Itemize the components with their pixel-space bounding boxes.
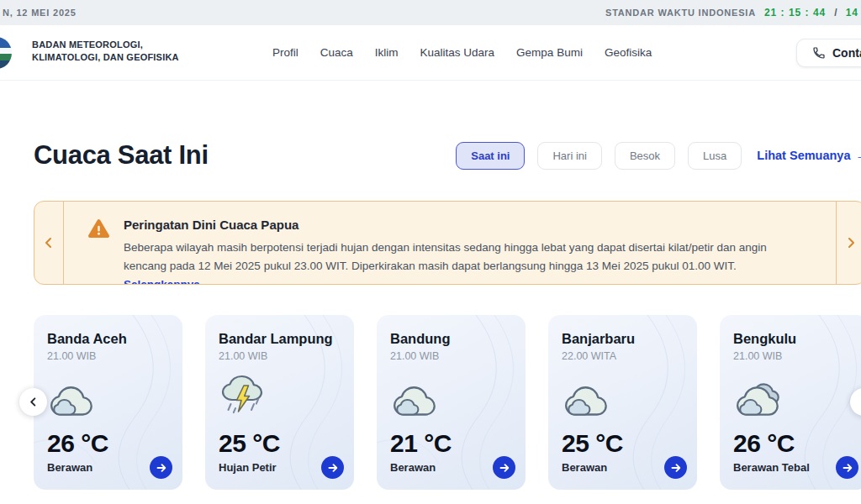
card-local-time: 21.00 WIB: [390, 350, 512, 362]
alert-text-block: Peringatan Dini Cuaca Papua Beberapa wil…: [124, 218, 784, 284]
card-city: Bengkulu: [733, 331, 855, 347]
nav-item-profil[interactable]: Profil: [272, 46, 298, 59]
forecast-tabs: Saat ini Hari ini Besok Lusa Lihat Semua…: [456, 142, 861, 170]
nav-item-gempa-bumi[interactable]: Gempa Bumi: [516, 46, 583, 59]
card-local-time: 21.00 WIB: [47, 350, 169, 362]
card-temperature: 26 °C: [47, 429, 169, 458]
see-all-link[interactable]: Lihat Semuanya →: [757, 149, 861, 162]
site-header: BADAN METEOROLOGI, KLIMATOLOGI, DAN GEOF…: [0, 25, 861, 81]
org-name-line1: BADAN METEOROLOGI,: [32, 39, 179, 51]
chevron-right-icon: [845, 237, 857, 249]
arrow-right-icon: [499, 462, 510, 474]
contact-label: Contact: [832, 46, 861, 60]
arrow-right-icon: [327, 462, 339, 474]
arrow-right-icon: [156, 462, 167, 474]
nav-item-iklim[interactable]: Iklim: [375, 46, 399, 59]
thunderstorm-icon: [219, 375, 341, 421]
chevron-left-icon: [43, 237, 55, 249]
utility-bar: N, 12 MEI 2025 STANDAR WAKTU INDONESIA 2…: [0, 0, 861, 25]
alert-title: Peringatan Dini Cuaca Papua: [124, 218, 784, 232]
arrow-right-icon: →: [856, 149, 861, 162]
card-local-time: 21.00 WIB: [733, 350, 855, 362]
standard-time-group: STANDAR WAKTU INDONESIA 21 : 15 : 44 / 1…: [605, 7, 859, 18]
card-city: Banjarbaru: [562, 331, 684, 347]
card-temperature: 26 °C: [733, 429, 855, 458]
main-nav: Profil Cuaca Iklim Kualitas Udara Gempa …: [272, 25, 652, 80]
card-detail-button[interactable]: [493, 456, 515, 479]
card-city: Banda Aceh: [47, 331, 169, 347]
card-temperature: 25 °C: [562, 429, 684, 458]
card-condition: Berawan: [47, 461, 92, 474]
alert-more-link[interactable]: Selengkapnya →: [124, 278, 214, 285]
org-name: BADAN METEOROLOGI, KLIMATOLOGI, DAN GEOF…: [32, 39, 179, 65]
arrow-right-icon: [842, 462, 853, 474]
city-weather-carousel: Banda Aceh 21.00 WIB 26 °C Berawan: [0, 315, 861, 490]
bmkg-weather-page: N, 12 MEI 2025 STANDAR WAKTU INDONESIA 2…: [0, 0, 861, 504]
nav-item-cuaca[interactable]: Cuaca: [320, 46, 353, 59]
weather-card-banjarbaru[interactable]: Banjarbaru 22.00 WITA 25 °C Berawan: [548, 315, 697, 490]
bmkg-logo: [0, 37, 12, 69]
card-detail-button[interactable]: [321, 456, 344, 479]
alert-next-button[interactable]: [836, 202, 861, 284]
card-detail-button[interactable]: [150, 456, 172, 479]
early-warning-banner: Peringatan Dini Cuaca Papua Beberapa wil…: [34, 201, 861, 285]
current-date: N, 12 MEI 2025: [3, 8, 77, 18]
weather-card-bandung[interactable]: Bandung 21.00 WIB 21 °C Berawan: [377, 315, 526, 490]
page-title: Cuaca Saat Ini: [34, 140, 209, 171]
warning-icon: [87, 218, 110, 239]
cloudy-icon: [562, 375, 684, 421]
card-detail-button[interactable]: [664, 456, 687, 479]
tab-besok[interactable]: Besok: [615, 142, 675, 170]
contact-button[interactable]: Contact: [796, 39, 861, 67]
card-local-time: 21.00 WIB: [219, 350, 341, 362]
card-city: Bandar Lampung: [219, 331, 341, 347]
alert-body: Beberapa wilayah masih berpotensi terjad…: [124, 239, 784, 285]
clock-secondary: 14: [846, 7, 858, 18]
arrow-right-icon: [670, 462, 682, 474]
tab-saat-ini[interactable]: Saat ini: [456, 142, 525, 170]
card-city: Bandung: [390, 331, 512, 347]
carousel-prev-button[interactable]: [19, 388, 47, 416]
card-temperature: 25 °C: [219, 429, 341, 458]
card-condition: Berawan: [390, 461, 436, 474]
org-name-line2: KLIMATOLOGI, DAN GEOFISIKA: [32, 51, 179, 64]
cloudy-icon: [390, 375, 512, 421]
card-temperature: 21 °C: [390, 429, 512, 458]
tab-lusa[interactable]: Lusa: [688, 142, 742, 170]
clock-wib: 21 : 15 : 44: [764, 7, 826, 18]
nav-item-geofisika[interactable]: Geofisika: [605, 46, 652, 59]
card-condition: Berawan: [562, 461, 607, 474]
standard-time-label: STANDAR WAKTU INDONESIA: [605, 8, 756, 18]
card-detail-button[interactable]: [836, 456, 858, 479]
chevron-left-icon: [28, 396, 39, 407]
weather-card-bandar-lampung[interactable]: Bandar Lampung 21.00 WIB 25 °C Hujan Pet…: [205, 315, 354, 490]
weather-card-banda-aceh[interactable]: Banda Aceh 21.00 WIB 26 °C Berawan: [34, 315, 182, 490]
weather-card-bengkulu[interactable]: Bengkulu 21.00 WIB 26 °C Berawan Tebal: [720, 315, 861, 490]
alert-prev-button[interactable]: [34, 202, 64, 284]
card-condition: Hujan Petir: [219, 461, 277, 474]
card-condition: Berawan Tebal: [733, 461, 810, 474]
thick-clouds-icon: [733, 375, 855, 421]
cloudy-icon: [47, 375, 169, 421]
nav-item-kualitas-udara[interactable]: Kualitas Udara: [420, 46, 495, 59]
clock-separator: /: [834, 7, 837, 18]
tab-hari-ini[interactable]: Hari ini: [537, 142, 601, 170]
phone-icon: [812, 46, 826, 60]
card-local-time: 22.00 WITA: [562, 350, 684, 362]
